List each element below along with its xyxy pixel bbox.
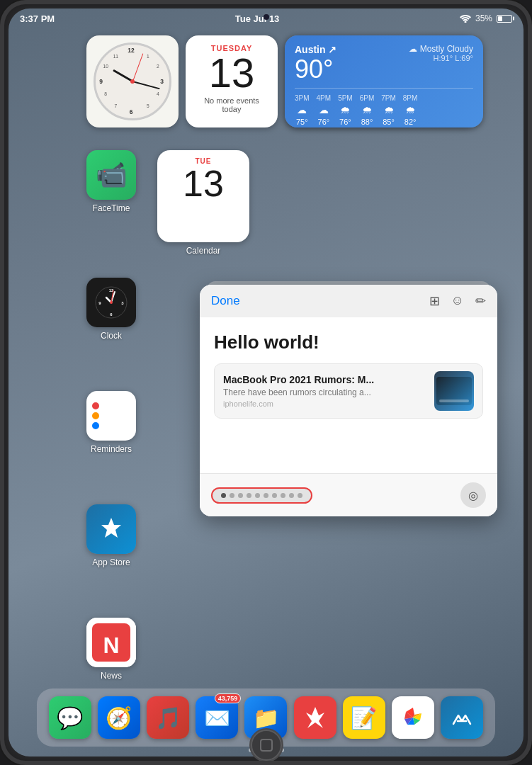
note-popup-icons: ⊞ ☺ ✏ bbox=[429, 293, 486, 309]
weather-hourly: 3PM ☁ 75° 4PM ☁ 76° 5PM 🌧 76° 6PM 🌧 bbox=[295, 88, 473, 126]
cal-event-text: No more events today bbox=[194, 96, 269, 113]
front-camera bbox=[264, 14, 269, 20]
svg-text:7: 7 bbox=[115, 103, 118, 108]
ipad-frame: 3:37 PM Tue Jul 13 35% bbox=[0, 0, 532, 765]
page-dot-6[interactable] bbox=[264, 493, 268, 498]
svg-text:3: 3 bbox=[160, 78, 164, 85]
svg-text:4: 4 bbox=[157, 91, 159, 96]
calendar-small-widget[interactable]: TUESDAY 13 No more events today bbox=[186, 35, 278, 128]
mail-badge: 43,759 bbox=[215, 693, 242, 703]
power-button[interactable] bbox=[528, 132, 531, 174]
compose-icon[interactable]: ✏ bbox=[475, 293, 486, 309]
weather-hour-7pm: 7PM 🌧 85° bbox=[381, 94, 396, 126]
weather-hour-8pm: 8PM 🌧 82° bbox=[403, 94, 418, 126]
svg-text:10: 10 bbox=[103, 64, 109, 69]
calendar-icon[interactable]: TUE 13 bbox=[157, 150, 249, 242]
news-label: News bbox=[101, 671, 122, 681]
facetime-icon[interactable]: 📹 bbox=[86, 150, 136, 200]
page-dot-5[interactable] bbox=[255, 493, 260, 498]
apps-row5: App Store bbox=[86, 504, 136, 567]
calendar-app[interactable]: TUE 13 Calendar bbox=[157, 150, 249, 256]
svg-text:1: 1 bbox=[147, 54, 149, 59]
news-app[interactable]: N News bbox=[86, 618, 136, 681]
page-dot-4[interactable] bbox=[247, 493, 251, 498]
volume-up-button[interactable] bbox=[1, 110, 4, 142]
dock-appstore-overlay[interactable] bbox=[441, 696, 483, 739]
note-done-button[interactable]: Done bbox=[211, 294, 240, 308]
note-popup-body: Hello world! MacBook Pro 2021 Rumors: M.… bbox=[200, 317, 497, 473]
weather-hour-5pm: 5PM 🌧 76° bbox=[338, 94, 353, 126]
page-dot-3[interactable] bbox=[238, 493, 243, 498]
status-date: Tue Jul 13 bbox=[235, 13, 280, 24]
svg-text:8: 8 bbox=[104, 91, 107, 96]
page-dot-1[interactable] bbox=[221, 493, 226, 498]
weather-condition: ☁ Mostly Cloudy bbox=[409, 44, 473, 54]
calendar-label: Calendar bbox=[186, 246, 221, 256]
page-dot-8[interactable] bbox=[281, 493, 285, 498]
ipad-screen: 3:37 PM Tue Jul 13 35% bbox=[9, 8, 523, 756]
dock-photos[interactable] bbox=[392, 696, 434, 739]
news-icon[interactable]: N bbox=[86, 618, 136, 667]
smiley-icon[interactable]: ☺ bbox=[451, 293, 464, 309]
page-dot-7[interactable] bbox=[272, 493, 277, 498]
weather-hour-6pm: 6PM 🌧 88° bbox=[360, 94, 375, 126]
page-dots bbox=[211, 487, 312, 504]
svg-point-22 bbox=[110, 301, 113, 304]
dock-messages[interactable]: 💬 bbox=[49, 696, 91, 739]
note-popup-header: Done ⊞ ☺ ✏ bbox=[200, 285, 497, 317]
page-dot-9[interactable] bbox=[289, 493, 294, 498]
clock-face: 12 3 6 9 1 2 4 5 7 8 10 11 bbox=[94, 42, 171, 120]
clock-label: Clock bbox=[101, 331, 122, 341]
thumbnail-image bbox=[436, 377, 472, 405]
svg-text:2: 2 bbox=[157, 64, 159, 69]
home-button[interactable] bbox=[249, 728, 283, 762]
appstore-dock-icon bbox=[450, 706, 474, 730]
compose-footer-icon: ◎ bbox=[468, 489, 478, 502]
note-link-description: There have been rumors circulating a... bbox=[223, 387, 426, 397]
facetime-label: FaceTime bbox=[93, 203, 130, 213]
note-link-thumbnail bbox=[434, 371, 474, 411]
appstore-icon[interactable] bbox=[86, 504, 136, 554]
apps-row3: 12 3 6 9 Clock bbox=[86, 278, 136, 341]
svg-text:6: 6 bbox=[130, 108, 133, 115]
apps-row4: Reminders bbox=[86, 391, 136, 454]
weather-high-low: H:91° L:69° bbox=[409, 54, 473, 62]
dock-spark[interactable] bbox=[294, 696, 336, 739]
dock-mail[interactable]: ✉️ 43,759 bbox=[196, 696, 238, 739]
appstore-label: App Store bbox=[92, 557, 130, 567]
weather-hour-3pm: 3PM ☁ 75° bbox=[295, 94, 310, 126]
clock-app-svg: 12 3 6 9 bbox=[94, 285, 129, 320]
page-dot-10[interactable] bbox=[298, 493, 302, 498]
svg-point-0 bbox=[464, 21, 466, 23]
home-button-square bbox=[260, 739, 273, 752]
reminders-icon[interactable] bbox=[86, 391, 136, 441]
clock-center bbox=[130, 79, 135, 84]
dock-notes[interactable]: 📝 bbox=[343, 696, 385, 739]
clock-app[interactable]: 12 3 6 9 Clock bbox=[86, 278, 136, 341]
page-dot-2[interactable] bbox=[230, 493, 234, 498]
svg-text:5: 5 bbox=[147, 103, 149, 108]
cal-date: 13 bbox=[209, 52, 255, 94]
dock-music[interactable]: 🎵 bbox=[147, 696, 189, 739]
weather-hour-4pm: 4PM ☁ 76° bbox=[317, 94, 332, 126]
note-link-card[interactable]: MacBook Pro 2021 Rumors: M... There have… bbox=[214, 363, 483, 419]
status-time: 3:37 PM bbox=[20, 13, 55, 24]
appstore-app[interactable]: App Store bbox=[86, 504, 136, 567]
weather-widget[interactable]: Austin ↗ 90° ☁ Mostly Cloudy H:91° L:69°… bbox=[285, 35, 483, 128]
volume-down-button[interactable] bbox=[1, 149, 4, 181]
battery-percent: 35% bbox=[475, 13, 492, 23]
news-svg: N bbox=[86, 618, 136, 667]
apps-row6: N News bbox=[86, 618, 136, 681]
note-link-info: MacBook Pro 2021 Rumors: M... There have… bbox=[223, 374, 426, 408]
facetime-app[interactable]: 📹 FaceTime bbox=[86, 150, 136, 213]
grid-icon[interactable]: ⊞ bbox=[429, 293, 440, 309]
clock-app-icon[interactable]: 12 3 6 9 bbox=[86, 278, 136, 327]
note-footer-compose[interactable]: ◎ bbox=[460, 482, 486, 508]
svg-text:12: 12 bbox=[128, 47, 135, 54]
reminders-app[interactable]: Reminders bbox=[86, 391, 136, 454]
clock-widget[interactable]: 12 3 6 9 1 2 4 5 7 8 10 11 bbox=[86, 35, 179, 128]
apps-row2: 📹 FaceTime TUE 13 Calendar bbox=[86, 150, 249, 256]
dock-safari[interactable]: 🧭 bbox=[98, 696, 140, 739]
svg-text:N: N bbox=[103, 633, 119, 658]
note-title: Hello world! bbox=[214, 332, 483, 353]
